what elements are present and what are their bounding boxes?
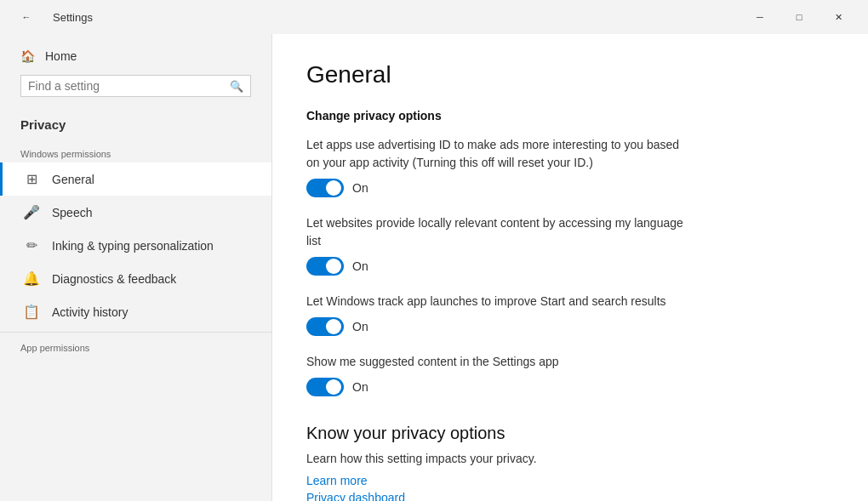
learn-more-link[interactable]: Learn more bbox=[306, 474, 834, 487]
toggle-app-launches-label: On bbox=[352, 320, 368, 333]
close-icon: ✕ bbox=[835, 12, 842, 23]
page-title: General bbox=[306, 61, 834, 88]
titlebar-left: ← Settings bbox=[7, 3, 93, 31]
setting-app-launches-desc: Let Windows track app launches to improv… bbox=[306, 293, 689, 310]
toggle-suggested[interactable] bbox=[306, 378, 344, 396]
sidebar-item-label: Inking & typing personalization bbox=[52, 239, 214, 253]
back-icon: ← bbox=[22, 12, 31, 22]
maximize-button[interactable]: □ bbox=[779, 3, 819, 31]
setting-language-desc: Let websites provide locally relevant co… bbox=[306, 214, 689, 250]
toggle-app-launches[interactable] bbox=[306, 317, 344, 336]
titlebar: ← Settings ─ □ ✕ bbox=[0, 0, 868, 34]
toggle-suggested-label: On bbox=[352, 380, 368, 394]
windows-permissions-label: Windows permissions bbox=[0, 142, 271, 162]
home-button[interactable]: 🏠 Home bbox=[10, 41, 261, 71]
sidebar-top: 🏠 Home 🔍 bbox=[0, 34, 271, 111]
setting-advertising: Let apps use advertising ID to make ads … bbox=[306, 136, 834, 197]
app-body: 🏠 Home 🔍 Privacy Windows permissions ⊞ G… bbox=[0, 34, 868, 501]
setting-suggested-desc: Show me suggested content in the Setting… bbox=[306, 353, 689, 371]
toggle-language[interactable] bbox=[306, 257, 344, 276]
sidebar: 🏠 Home 🔍 Privacy Windows permissions ⊞ G… bbox=[0, 34, 272, 501]
know-title: Know your privacy options bbox=[306, 424, 834, 443]
speech-icon: 🎤 bbox=[23, 204, 40, 220]
maximize-icon: □ bbox=[797, 12, 802, 22]
sidebar-item-inking[interactable]: ✏ Inking & typing personalization bbox=[0, 229, 271, 262]
sidebar-item-label: Speech bbox=[52, 206, 92, 219]
know-section: Know your privacy options Learn how this… bbox=[306, 424, 834, 501]
titlebar-title: Settings bbox=[53, 11, 93, 24]
content-area: General Change privacy options Let apps … bbox=[272, 34, 868, 501]
minimize-button[interactable]: ─ bbox=[740, 3, 779, 31]
active-section-label: Privacy bbox=[0, 111, 271, 142]
minimize-icon: ─ bbox=[757, 12, 763, 22]
toggle-row-suggested: On bbox=[306, 378, 834, 396]
know-desc: Learn how this setting impacts your priv… bbox=[306, 452, 834, 465]
sidebar-item-speech[interactable]: 🎤 Speech bbox=[0, 196, 271, 229]
back-button[interactable]: ← bbox=[7, 3, 46, 31]
toggle-advertising[interactable] bbox=[306, 179, 344, 197]
sidebar-item-diagnostics[interactable]: 🔔 Diagnostics & feedback bbox=[0, 262, 271, 295]
setting-advertising-desc: Let apps use advertising ID to make ads … bbox=[306, 136, 689, 172]
search-input[interactable] bbox=[28, 79, 230, 93]
search-icon: 🔍 bbox=[230, 80, 243, 93]
sidebar-item-label: General bbox=[52, 173, 94, 186]
sidebar-divider bbox=[0, 332, 271, 333]
toggle-row-advertising: On bbox=[306, 179, 834, 197]
close-button[interactable]: ✕ bbox=[819, 3, 858, 31]
search-box: 🔍 bbox=[20, 75, 251, 97]
home-icon: 🏠 bbox=[20, 49, 35, 63]
home-label: Home bbox=[45, 49, 77, 63]
toggle-row-language: On bbox=[306, 257, 834, 276]
inking-icon: ✏ bbox=[23, 237, 40, 253]
sidebar-item-activity[interactable]: 📋 Activity history bbox=[0, 295, 271, 328]
setting-language: Let websites provide locally relevant co… bbox=[306, 214, 834, 276]
app-permissions-label: App permissions bbox=[0, 336, 271, 356]
activity-icon: 📋 bbox=[23, 304, 40, 320]
sidebar-item-label: Activity history bbox=[52, 305, 128, 319]
toggle-row-app-launches: On bbox=[306, 317, 834, 336]
general-icon: ⊞ bbox=[23, 171, 40, 187]
toggle-language-label: On bbox=[352, 259, 368, 273]
sidebar-item-label: Diagnostics & feedback bbox=[52, 272, 176, 286]
titlebar-controls: ─ □ ✕ bbox=[740, 3, 858, 31]
diagnostics-icon: 🔔 bbox=[23, 270, 40, 287]
section-title: Change privacy options bbox=[306, 109, 834, 122]
toggle-advertising-label: On bbox=[352, 181, 368, 195]
setting-suggested: Show me suggested content in the Setting… bbox=[306, 353, 834, 396]
sidebar-item-general[interactable]: ⊞ General bbox=[0, 162, 271, 196]
privacy-dashboard-link[interactable]: Privacy dashboard bbox=[306, 491, 834, 501]
setting-app-launches: Let Windows track app launches to improv… bbox=[306, 293, 834, 336]
